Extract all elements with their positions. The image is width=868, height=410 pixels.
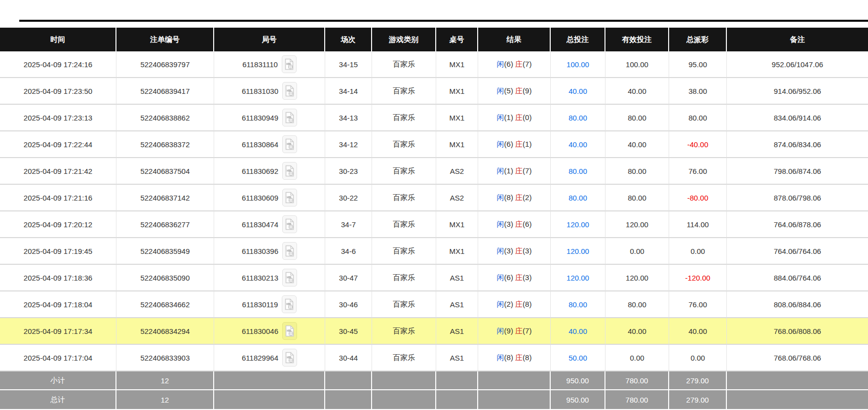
- cell-time: 2025-04-09 17:17:34: [0, 318, 116, 345]
- cell-remark: 914.06/952.06: [727, 78, 868, 105]
- total-bet-amount[interactable]: 80.00: [568, 167, 587, 175]
- player-label: 闲: [497, 220, 504, 228]
- total-bet-amount[interactable]: 120.00: [566, 220, 589, 229]
- video-replay-button[interactable]: [282, 349, 297, 367]
- round-number: 611830864: [242, 140, 278, 149]
- total-bet-amount[interactable]: 80.00: [568, 300, 587, 309]
- total-bet-amount[interactable]: 40.00: [568, 140, 587, 149]
- round-group: 611830949: [242, 109, 297, 126]
- empty-cell: [214, 371, 325, 390]
- total-bet-amount[interactable]: 50.00: [568, 354, 587, 362]
- video-replay-button[interactable]: [282, 215, 297, 233]
- player-label: 闲: [497, 113, 504, 122]
- table-row-highlighted: 2025-04-09 17:17:34522406834294611830046…: [0, 318, 868, 345]
- total-bet-amount[interactable]: 80.00: [568, 194, 587, 202]
- video-replay-button[interactable]: [282, 55, 297, 73]
- cell-total-bet: 80.00: [551, 185, 605, 211]
- bet-records-table: 时间注单编号局号场次游戏类别桌号结果总投注有效投注总派彩备注 2025-04-0…: [0, 28, 868, 409]
- video-replay-button[interactable]: [282, 162, 297, 180]
- total-row-label: 总计: [0, 390, 116, 409]
- banker-score: 9: [525, 86, 529, 95]
- cell-bet-id: 522406838862: [116, 105, 214, 131]
- player-score: 8: [507, 193, 511, 202]
- player-label: 闲: [497, 327, 504, 335]
- cell-round: 611830864: [214, 131, 325, 158]
- total-bet-amount[interactable]: 100.00: [566, 60, 589, 69]
- cell-time: 2025-04-09 17:24:16: [0, 51, 116, 78]
- video-icon: [285, 352, 295, 364]
- banker-label: 庄: [515, 140, 523, 148]
- video-replay-button[interactable]: [282, 109, 297, 126]
- banker-score: 3: [525, 246, 529, 255]
- round-number: 611831110: [242, 60, 278, 69]
- cell-session: 34-12: [325, 131, 372, 158]
- video-icon: [285, 245, 295, 257]
- empty-cell: [436, 390, 478, 409]
- cell-bet-id: 522406837142: [116, 185, 214, 211]
- empty-cell: [372, 390, 436, 409]
- video-icon: [285, 112, 295, 123]
- banker-score: 0: [525, 113, 529, 122]
- video-replay-button[interactable]: [282, 135, 297, 153]
- col-header-remark: 备注: [727, 28, 868, 51]
- total-bet-amount[interactable]: 40.00: [568, 327, 587, 335]
- cell-session: 30-45: [325, 318, 372, 345]
- cell-time: 2025-04-09 17:22:44: [0, 131, 116, 158]
- cell-total-bet: 120.00: [551, 238, 605, 265]
- cell-payout: 95.00: [669, 51, 727, 78]
- cell-time: 2025-04-09 17:21:16: [0, 185, 116, 211]
- total-bet-amount[interactable]: 40.00: [568, 87, 587, 95]
- cell-time: 2025-04-09 17:18:04: [0, 291, 116, 318]
- table-row: 2025-04-09 17:23:13522406838862611830949…: [0, 105, 868, 131]
- banker-score: 3: [525, 273, 529, 282]
- total-bet-amount[interactable]: 120.00: [566, 274, 589, 282]
- col-header-result: 结果: [478, 28, 551, 51]
- round-group: 611830396: [242, 242, 297, 260]
- video-replay-button[interactable]: [282, 189, 297, 206]
- empty-cell: [436, 371, 478, 390]
- col-header-session: 场次: [325, 28, 372, 51]
- video-replay-button[interactable]: [282, 82, 297, 100]
- player-label: 闲: [497, 273, 504, 282]
- round-group: 611830046: [242, 322, 297, 340]
- cell-payout: -40.00: [669, 131, 727, 158]
- cell-round: 611830692: [214, 158, 325, 185]
- video-icon: [285, 272, 295, 284]
- valid-bet-sum: 780.00: [605, 390, 669, 409]
- cell-total-bet: 120.00: [551, 265, 605, 291]
- cell-game-type: 百家乐: [372, 51, 436, 78]
- player-score: 3: [507, 220, 511, 228]
- player-score: 6: [507, 140, 511, 148]
- total-bet-amount[interactable]: 80.00: [568, 114, 587, 122]
- cell-payout: 80.00: [669, 105, 727, 131]
- empty-cell: [727, 371, 868, 390]
- cell-table-no: AS1: [436, 345, 478, 371]
- total-bet-amount[interactable]: 120.00: [566, 247, 589, 255]
- cell-valid-bet: 120.00: [605, 211, 669, 238]
- video-replay-button[interactable]: [282, 242, 297, 260]
- cell-table-no: AS1: [436, 291, 478, 318]
- cell-table-no: MX1: [436, 211, 478, 238]
- round-group: 611831110: [242, 55, 297, 73]
- round-number: 611830949: [242, 114, 278, 122]
- banker-label: 庄: [515, 273, 523, 282]
- video-replay-button[interactable]: [282, 295, 297, 313]
- cell-total-bet: 80.00: [551, 105, 605, 131]
- cell-game-type: 百家乐: [372, 78, 436, 105]
- video-icon: [284, 58, 294, 70]
- cell-round: 611830949: [214, 105, 325, 131]
- cell-payout: 0.00: [669, 345, 727, 371]
- video-replay-button[interactable]: [282, 322, 297, 340]
- table-header: 时间注单编号局号场次游戏类别桌号结果总投注有效投注总派彩备注: [0, 28, 868, 51]
- empty-cell: [727, 390, 868, 409]
- banker-score: 8: [525, 353, 529, 362]
- cell-round: 611830609: [214, 185, 325, 211]
- video-replay-button[interactable]: [282, 269, 297, 287]
- table-row: 2025-04-09 17:20:12522406836277611830474…: [0, 211, 868, 238]
- cell-total-bet: 40.00: [551, 131, 605, 158]
- cell-time: 2025-04-09 17:23:50: [0, 78, 116, 105]
- cell-bet-id: 522406833903: [116, 345, 214, 371]
- cell-round: 611830213: [214, 265, 325, 291]
- cell-total-bet: 50.00: [551, 345, 605, 371]
- player-label: 闲: [497, 193, 504, 202]
